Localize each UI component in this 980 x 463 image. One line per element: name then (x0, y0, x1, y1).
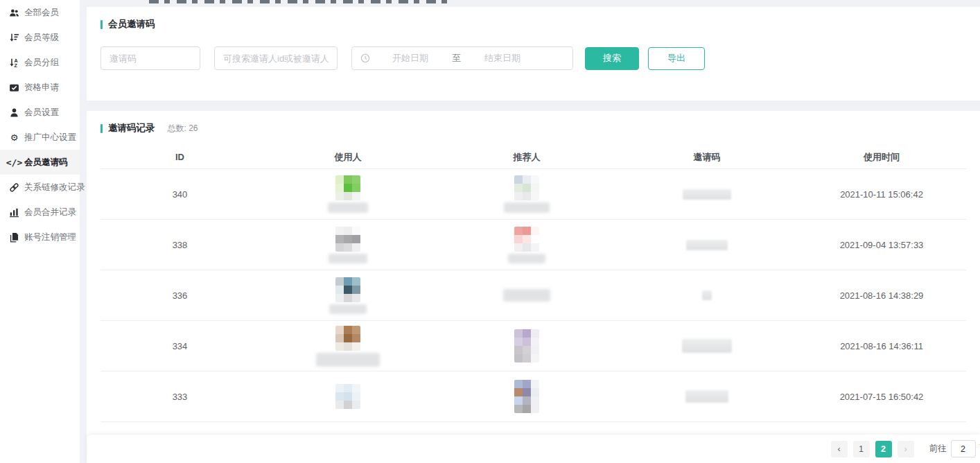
row-id: 336 (173, 290, 188, 301)
user-avatar (335, 384, 360, 409)
user-avatar (335, 277, 360, 302)
search-filters: 开始日期 至 结束日期 搜索 导出 (100, 46, 966, 70)
prev-page-button[interactable]: ‹ (831, 441, 848, 457)
sidebar-item-member-settings[interactable]: 会员设置 (0, 100, 80, 125)
referrer-cell (508, 225, 545, 264)
sidebar-item-label: 关系链修改记录 (24, 182, 85, 193)
sidebar-item-member-levels[interactable]: 会员等级 (0, 25, 80, 50)
title-accent-bar (100, 20, 103, 29)
search-card: 会员邀请码 开始日期 至 结束日期 搜索 导出 (87, 7, 980, 101)
row-id: 340 (173, 189, 188, 200)
bar-chart-icon (9, 207, 19, 218)
member-icon (9, 107, 19, 118)
users-icon (9, 8, 19, 18)
title-accent-bar (100, 124, 103, 133)
row-time: 2021-08-16 14:38:29 (840, 290, 924, 301)
sidebar-item-label: 资格申请 (24, 82, 59, 94)
user-avatar (335, 175, 360, 200)
user-cell (329, 276, 367, 315)
export-button[interactable]: 导出 (648, 47, 705, 70)
goto-label: 前往 (929, 443, 947, 455)
invite-code-input[interactable] (100, 46, 200, 70)
row-id: 333 (173, 392, 188, 402)
sidebar-item-label: 会员合并记录 (24, 207, 76, 218)
referrer-name-redacted (503, 289, 550, 302)
records-total: 总数: 26 (168, 123, 198, 134)
gear-icon: ⚙ (9, 132, 19, 143)
code-cell (686, 240, 728, 250)
clock-icon (360, 53, 370, 63)
user-avatar (335, 326, 360, 351)
sort-group-icon: AZ (9, 58, 19, 68)
invite-code-table: ID 使用人 推荐人 邀请码 使用时间 340 2021-10-11 15:06… (100, 146, 966, 463)
sidebar-item-label: 会员等级 (24, 32, 59, 44)
code-icon: </> (9, 157, 19, 168)
referrer-avatar (514, 227, 539, 252)
invite-code-redacted (685, 390, 728, 403)
row-id: 334 (173, 341, 188, 351)
next-page-button[interactable]: › (898, 441, 914, 457)
row-time: 2021-07-15 16:50:42 (840, 392, 924, 402)
end-date-placeholder: 结束日期 (484, 52, 520, 64)
referrer-name-redacted (508, 254, 545, 263)
referrer-avatar (514, 380, 539, 413)
row-time: 2021-08-16 14:36:11 (840, 341, 923, 351)
table-row: 333 2021-07-15 16:50:42 (100, 372, 966, 422)
search-card-title-row: 会员邀请码 (100, 18, 966, 30)
sort-levels-icon (9, 33, 19, 43)
sidebar-item-label: 账号注销管理 (24, 232, 76, 243)
invite-code-redacted (702, 290, 712, 300)
user-name-redacted (316, 353, 380, 367)
sidebar-item-invite-codes[interactable]: </> 会员邀请码 (0, 150, 80, 175)
sidebar-item-label: 会员邀请码 (24, 157, 68, 168)
sidebar-item-label: 推广中心设置 (24, 132, 76, 143)
code-cell (683, 189, 731, 200)
user-name-redacted (329, 304, 367, 314)
invite-code-redacted (682, 339, 732, 353)
sidebar-item-qualification[interactable]: 资格申请 (0, 75, 80, 100)
user-name-redacted (329, 254, 367, 263)
svg-text:A: A (15, 58, 18, 62)
user-name-redacted (328, 202, 368, 213)
user-cell (329, 225, 367, 264)
records-title: 邀请码记录 (108, 122, 155, 134)
page-button-1[interactable]: 1 (853, 441, 870, 457)
table-row: 338 2021-09-04 13:57:33 (100, 220, 966, 270)
referrer-avatar (514, 329, 539, 362)
goto-page-input[interactable] (951, 440, 976, 457)
sidebar-item-merge-log[interactable]: 会员合并记录 (0, 200, 80, 225)
start-date-placeholder: 开始日期 (392, 52, 428, 64)
invite-code-redacted (683, 189, 731, 200)
sidebar-item-account-cancel[interactable]: 账号注销管理 (0, 225, 80, 250)
copy-file-icon (9, 232, 19, 243)
table-row: 334 2021-08-16 14:36:11 (100, 321, 966, 372)
sidebar-item-label: 会员分组 (24, 57, 59, 69)
search-button[interactable]: 搜索 (585, 47, 639, 70)
user-cell (316, 326, 380, 367)
sidebar-item-all-members[interactable]: 全部会员 (0, 0, 80, 25)
page-button-2[interactable]: 2 (875, 441, 892, 457)
pagination-bar: ‹ 1 2 › 前往 页 (87, 435, 980, 463)
sidebar-item-member-groups[interactable]: AZ 会员分组 (0, 50, 80, 75)
main-content: 会员邀请码 开始日期 至 结束日期 搜索 导出 邀请码记录 总数: 26 (87, 0, 980, 463)
code-cell (702, 290, 712, 300)
date-separator: 至 (452, 52, 461, 64)
records-title-row: 邀请码记录 总数: 26 (100, 122, 966, 134)
code-cell (682, 339, 732, 353)
user-id-search-input[interactable] (214, 46, 338, 70)
referrer-cell (514, 377, 539, 416)
row-time: 2021-09-04 13:57:33 (840, 240, 924, 250)
table-row: 340 2021-10-11 15:06:42 (100, 169, 966, 220)
date-range-picker[interactable]: 开始日期 至 结束日期 (351, 46, 573, 70)
pager: ‹ 1 2 › 前往 页 (828, 435, 980, 463)
sidebar-item-promo-settings[interactable]: ⚙ 推广中心设置 (0, 125, 80, 150)
chain-link-icon (9, 182, 19, 193)
code-cell (685, 390, 728, 403)
referrer-cell (503, 276, 550, 315)
sidebar-item-relation-log[interactable]: 关系链修改记录 (0, 175, 80, 200)
qualification-icon (9, 82, 19, 93)
header-referrer: 推荐人 (514, 151, 541, 164)
svg-text:Z: Z (15, 62, 18, 67)
referrer-cell (514, 326, 539, 365)
header-user: 使用人 (335, 151, 362, 164)
